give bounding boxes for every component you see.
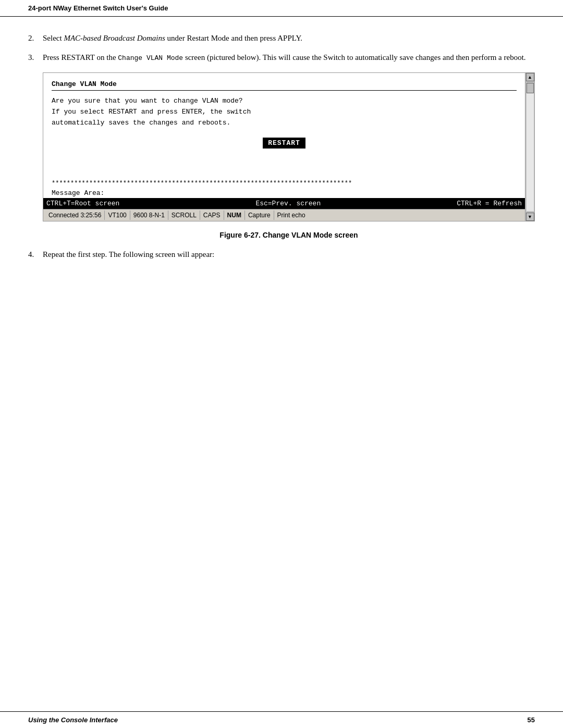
terminal-message-area: Message Area: (52, 189, 517, 197)
bottom-num: NUM (224, 211, 245, 220)
figure-caption: Figure 6-27. Change VLAN Mode screen (43, 231, 535, 239)
terminal-status-bar: CTRL+T=Root screen Esc=Prev. screen CTRL… (43, 198, 525, 209)
bottom-capture: Capture (245, 211, 274, 220)
terminal-line-3: automatically saves the changes and rebo… (52, 118, 517, 129)
list-num-2: 2. (28, 32, 43, 44)
terminal-screenshot: Change VLAN Mode Are you sure that you w… (43, 72, 535, 221)
terminal-divider (52, 90, 517, 91)
terminal-stars: ****************************************… (52, 180, 517, 188)
page-content: 2. Select MAC-based Broadcast Domains un… (0, 17, 563, 309)
status-bar-center: Esc=Prev. screen (255, 200, 321, 207)
scrollbar-up-button[interactable]: ▲ (526, 73, 534, 81)
status-bar-right: CTRL+R = Refresh (457, 200, 522, 207)
bottom-baud: 9600 8-N-1 (130, 211, 168, 220)
list-item-4: 4. Repeat the first step. The following … (28, 249, 535, 261)
list-item-2: 2. Select MAC-based Broadcast Domains un… (28, 32, 535, 44)
terminal-scrollbar: ▲ ▼ (525, 73, 534, 221)
terminal-screen: Change VLAN Mode Are you sure that you w… (43, 73, 525, 197)
bottom-print-echo: Print echo (274, 211, 309, 220)
list-num-3: 3. (28, 52, 43, 64)
scrollbar-track (527, 83, 534, 211)
header-title: 24-port NWay Ethernet Switch User's Guid… (28, 4, 168, 12)
page-header: 24-port NWay Ethernet Switch User's Guid… (0, 0, 563, 17)
restart-button[interactable]: RESTART (263, 138, 305, 149)
list-text-2-after: under Restart Mode and then press APPLY. (165, 34, 302, 42)
terminal-body: Are you sure that you want to change VLA… (52, 96, 517, 128)
list-text-3: Press RESTART on the Change VLAN Mode sc… (43, 52, 535, 64)
scrollbar-thumb[interactable] (527, 83, 534, 93)
terminal-main: Change VLAN Mode Are you sure that you w… (43, 73, 525, 221)
terminal-line-2: If you select RESTART and press ENTER, t… (52, 107, 517, 118)
footer-left: Using the Console Interface (28, 716, 118, 724)
list-text-2: Select MAC-based Broadcast Domains under… (43, 32, 535, 44)
page-footer: Using the Console Interface 55 (0, 711, 563, 728)
terminal-line-1: Are you sure that you want to change VLA… (52, 96, 517, 107)
list-text-2-italic: MAC-based Broadcast Domains (64, 34, 165, 42)
terminal-title: Change VLAN Mode (52, 80, 517, 88)
list-item-3: 3. Press RESTART on the Change VLAN Mode… (28, 52, 535, 64)
scrollbar-down-button[interactable]: ▼ (526, 213, 534, 221)
terminal-bottom-bar: Connected 3:25:56 VT100 9600 8-N-1 SCROL… (43, 209, 525, 221)
bottom-terminal: VT100 (105, 211, 130, 220)
bottom-connected: Connected 3:25:56 (45, 211, 105, 220)
list-text-4: Repeat the first step. The following scr… (43, 249, 535, 261)
list-num-4: 4. (28, 249, 43, 261)
status-bar-left: CTRL+T=Root screen (46, 200, 119, 207)
bottom-caps: CAPS (200, 211, 224, 220)
restart-btn-area: RESTART (52, 138, 517, 149)
bottom-scroll: SCROLL (168, 211, 200, 220)
footer-right: 55 (528, 716, 535, 724)
list-text-2-before: Select (43, 34, 64, 42)
